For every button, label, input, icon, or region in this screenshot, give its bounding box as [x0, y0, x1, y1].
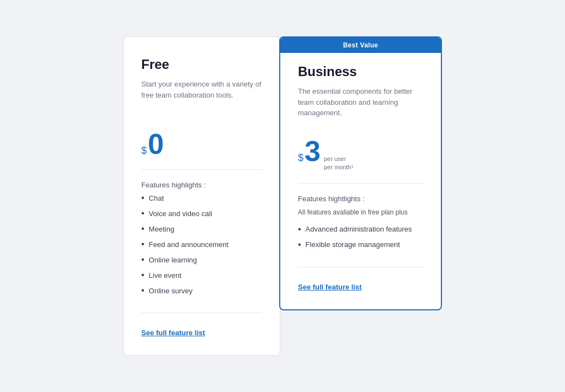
- free-price-section: $ 0: [141, 130, 262, 158]
- free-card-footer: See full feature list: [141, 313, 262, 337]
- business-features-title: Features hightlights :: [298, 195, 423, 203]
- business-price-section: $ 3 per user per month¹: [298, 137, 423, 172]
- business-see-feature-link[interactable]: See full feature list: [298, 283, 362, 291]
- list-item: Chat: [141, 194, 262, 202]
- free-divider: [141, 169, 262, 170]
- free-price-symbol: $: [141, 146, 147, 155]
- price-per-user: per user: [324, 155, 353, 163]
- price-per-month: per month¹: [324, 163, 353, 171]
- list-item: Feed and announcement: [141, 240, 262, 249]
- list-item: Voice and video call: [141, 209, 262, 218]
- free-see-feature-link[interactable]: See full feature list: [141, 329, 205, 337]
- business-plan-name: Business: [298, 64, 423, 79]
- pricing-container: Free Start your experience with a variet…: [123, 36, 442, 356]
- business-plan-description: The essential components for better team…: [298, 86, 423, 119]
- free-plan-card: Free Start your experience with a variet…: [123, 36, 280, 356]
- business-plan-card: Best Value Business The essential compon…: [279, 36, 442, 310]
- list-item: Live event: [141, 271, 262, 280]
- business-features-subtitle: All features avaliable in free plan plus: [298, 207, 423, 217]
- business-divider: [298, 183, 423, 184]
- free-price-amount: 0: [148, 130, 164, 158]
- free-features-list: Chat Voice and video call Meeting Feed a…: [141, 194, 262, 295]
- list-item: Advanced administration features: [298, 225, 423, 234]
- business-price-amount: 3: [305, 137, 321, 165]
- free-features-title: Features highlights :: [141, 181, 262, 189]
- best-value-banner: Best Value: [280, 37, 441, 53]
- free-plan-description: Start your experience with a variety of …: [141, 79, 262, 112]
- free-plan-name: Free: [141, 57, 262, 72]
- list-item: Flexible storage management: [298, 240, 423, 249]
- list-item: Online survey: [141, 286, 262, 295]
- business-card-footer: See full feature list: [298, 267, 423, 292]
- business-features-list: Advanced administration features Flexibl…: [298, 225, 423, 249]
- list-item: Meeting: [141, 224, 262, 233]
- business-price-symbol: $: [298, 153, 303, 163]
- business-price-meta: per user per month¹: [324, 155, 353, 172]
- list-item: Online learning: [141, 255, 262, 264]
